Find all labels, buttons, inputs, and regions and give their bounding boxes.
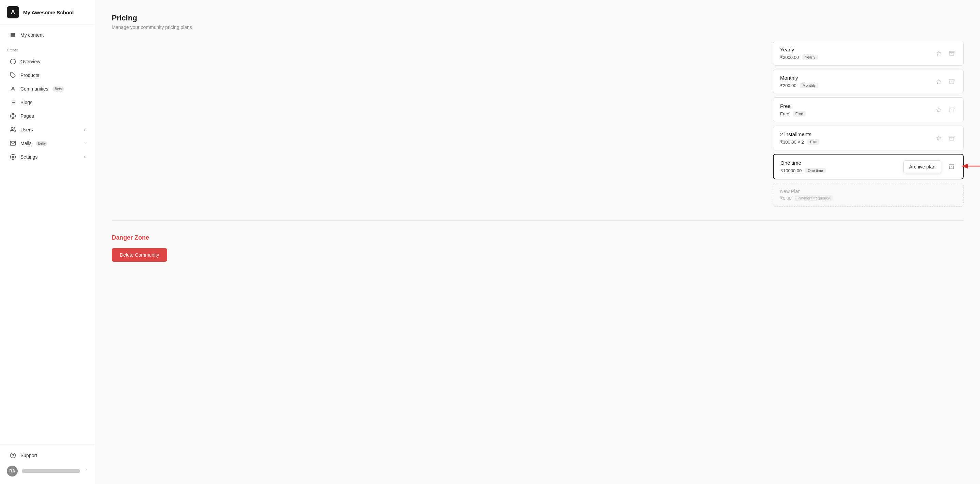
new-plan-row[interactable]: New Plan ₹0.00 Payment frequency <box>773 183 964 206</box>
sidebar-bottom: Support RA ⌃ <box>0 444 95 484</box>
mails-icon <box>10 140 16 147</box>
svg-point-4 <box>11 59 16 64</box>
sidebar-item-support[interactable]: Support <box>3 449 92 462</box>
archive-icon-onetime[interactable] <box>947 162 956 171</box>
pricing-list: Yearly ₹2000.00 Yearly Monthly ₹2 <box>773 41 964 206</box>
plan-tag-installments: EMI <box>807 139 819 144</box>
plan-details-installments: ₹300.00 × 2 EMI <box>780 139 934 144</box>
sidebar-item-users[interactable]: Users › <box>3 123 92 136</box>
app-logo-icon: A <box>7 6 19 18</box>
sidebar-item-settings[interactable]: Settings › <box>3 150 92 164</box>
favorite-icon-installments[interactable] <box>934 133 943 143</box>
users-icon <box>10 126 16 133</box>
svg-marker-19 <box>936 51 941 56</box>
blogs-label: Blogs <box>21 100 32 105</box>
svg-rect-32 <box>949 165 954 166</box>
new-plan-details: ₹0.00 Payment frequency <box>780 195 956 201</box>
favorite-icon-yearly[interactable] <box>934 49 943 58</box>
danger-zone: Danger Zone Delete Community <box>112 234 964 262</box>
new-plan-amount: ₹0.00 <box>780 196 791 201</box>
sidebar-item-products[interactable]: Products <box>3 68 92 82</box>
plan-details-free: Free Free <box>780 111 934 116</box>
new-plan-name: New Plan <box>780 189 956 194</box>
page-title: Pricing <box>112 14 964 22</box>
section-divider <box>112 220 964 221</box>
my-content-label: My content <box>21 32 44 38</box>
archive-icon-monthly[interactable] <box>947 77 956 86</box>
settings-icon <box>10 154 16 160</box>
plan-actions-installments <box>934 133 956 143</box>
plan-amount-monthly: ₹200.00 <box>780 83 797 88</box>
support-label: Support <box>21 453 37 458</box>
sidebar-item-blogs[interactable]: Blogs <box>3 96 92 109</box>
sidebar-item-my-content[interactable]: My content <box>3 28 92 42</box>
svg-point-15 <box>11 127 13 129</box>
user-name-bar <box>22 470 80 473</box>
svg-rect-26 <box>949 108 955 109</box>
support-icon <box>10 452 16 459</box>
pricing-card-free[interactable]: Free Free Free <box>773 97 964 122</box>
pricing-card-installments[interactable]: 2 installments ₹300.00 × 2 EMI <box>773 125 964 151</box>
avatar: RA <box>7 466 18 476</box>
school-name: My Awesome School <box>23 10 73 15</box>
plan-tag-monthly: Monthly <box>800 83 819 88</box>
pricing-card-yearly[interactable]: Yearly ₹2000.00 Yearly <box>773 41 964 66</box>
users-label: Users <box>21 127 33 132</box>
create-section-label: Create <box>0 42 95 55</box>
communities-label: Communities <box>21 86 48 92</box>
users-chevron-icon: › <box>84 127 86 132</box>
pricing-card-monthly[interactable]: Monthly ₹200.00 Monthly <box>773 69 964 94</box>
plan-details-yearly: ₹2000.00 Yearly <box>780 54 934 60</box>
plan-actions-monthly <box>934 77 956 86</box>
plan-tag-free: Free <box>793 111 806 116</box>
plan-amount-free: Free <box>780 111 789 116</box>
mails-label: Mails <box>21 141 32 146</box>
pricing-card-info-monthly: Monthly ₹200.00 Monthly <box>780 75 934 88</box>
svg-rect-29 <box>949 136 955 137</box>
archive-icon-installments[interactable] <box>947 133 956 143</box>
svg-marker-22 <box>936 79 941 84</box>
favorite-icon-monthly[interactable] <box>934 77 943 86</box>
plan-actions-yearly <box>934 49 956 58</box>
main-content: Pricing Manage your community pricing pl… <box>95 0 980 484</box>
products-label: Products <box>21 73 39 78</box>
sidebar-item-pages[interactable]: Pages <box>3 109 92 123</box>
settings-label: Settings <box>21 154 38 160</box>
plan-actions-onetime: Archive plan <box>934 162 956 171</box>
my-content-icon <box>10 32 16 38</box>
red-arrow-indicator <box>959 159 980 174</box>
new-plan-tag: Payment frequency <box>795 195 832 201</box>
pricing-card-info-installments: 2 installments ₹300.00 × 2 EMI <box>780 132 934 144</box>
sidebar-item-overview[interactable]: Overview <box>3 55 92 68</box>
archive-icon-free[interactable] <box>947 105 956 115</box>
sidebar-logo[interactable]: A My Awesome School <box>0 0 95 25</box>
svg-rect-20 <box>949 51 955 52</box>
plan-name-monthly: Monthly <box>780 75 934 81</box>
archive-plan-tooltip: Archive plan <box>904 160 941 173</box>
user-row[interactable]: RA ⌃ <box>0 462 95 480</box>
svg-marker-28 <box>936 136 941 140</box>
favorite-icon-free[interactable] <box>934 105 943 115</box>
svg-point-16 <box>12 156 14 158</box>
user-chevron-icon: ⌃ <box>84 468 88 474</box>
sidebar: A My Awesome School My content Create Ov… <box>0 0 95 484</box>
plan-amount-onetime: ₹10000.00 <box>780 168 802 173</box>
settings-chevron-icon: › <box>84 154 86 159</box>
page-subtitle: Manage your community pricing plans <box>112 24 964 30</box>
pricing-card-onetime[interactable]: One time ₹10000.00 One time Archive plan <box>773 154 964 179</box>
plan-name-free: Free <box>780 103 934 109</box>
archive-icon-yearly[interactable] <box>947 49 956 58</box>
mails-chevron-icon: › <box>84 141 86 146</box>
pricing-card-info-free: Free Free Free <box>780 103 934 116</box>
svg-point-6 <box>12 87 14 89</box>
pages-icon <box>10 113 16 119</box>
plan-tag-yearly: Yearly <box>802 54 818 60</box>
blogs-icon <box>10 99 16 106</box>
sidebar-item-communities[interactable]: Communities Beta <box>3 82 92 96</box>
danger-zone-title: Danger Zone <box>112 234 964 241</box>
plan-tag-onetime: One time <box>805 168 826 173</box>
delete-community-button[interactable]: Delete Community <box>112 248 167 262</box>
sidebar-item-mails[interactable]: Mails Beta › <box>3 136 92 150</box>
svg-marker-25 <box>936 108 941 112</box>
products-icon <box>10 72 16 79</box>
